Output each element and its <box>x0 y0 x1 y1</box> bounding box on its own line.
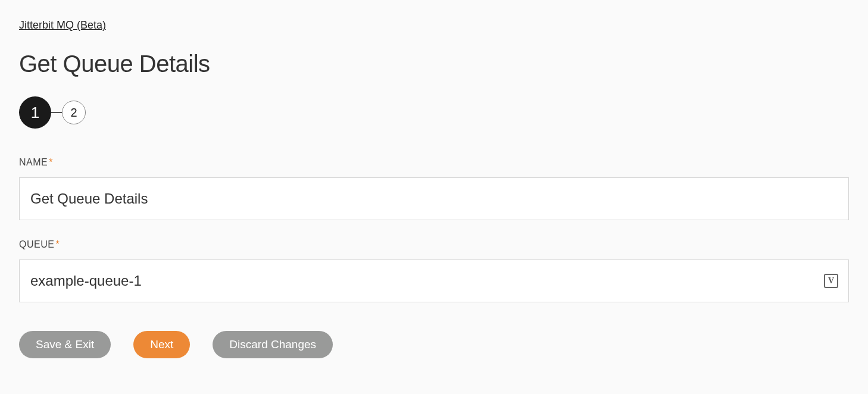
name-input[interactable] <box>19 177 849 220</box>
stepper: 1 2 <box>19 96 849 129</box>
step-connector <box>51 112 62 113</box>
required-indicator: * <box>49 157 53 167</box>
queue-label-text: QUEUE <box>19 239 54 249</box>
queue-input-wrapper: V <box>19 259 849 302</box>
queue-label: QUEUE* <box>19 239 849 250</box>
name-label-text: NAME <box>19 157 48 167</box>
required-indicator: * <box>55 239 60 249</box>
queue-input[interactable] <box>19 259 849 302</box>
page-title: Get Queue Details <box>19 51 849 77</box>
button-row: Save & Exit Next Discard Changes <box>19 331 849 358</box>
queue-field-group: QUEUE* V <box>19 239 849 302</box>
variable-icon[interactable]: V <box>824 274 838 288</box>
discard-button[interactable]: Discard Changes <box>213 331 333 358</box>
next-button[interactable]: Next <box>133 331 190 358</box>
step-2[interactable]: 2 <box>62 101 86 124</box>
name-field-group: NAME* <box>19 157 849 220</box>
step-1[interactable]: 1 <box>19 96 51 129</box>
save-exit-button[interactable]: Save & Exit <box>19 331 111 358</box>
name-label: NAME* <box>19 157 849 168</box>
breadcrumb-link[interactable]: Jitterbit MQ (Beta) <box>19 19 106 32</box>
